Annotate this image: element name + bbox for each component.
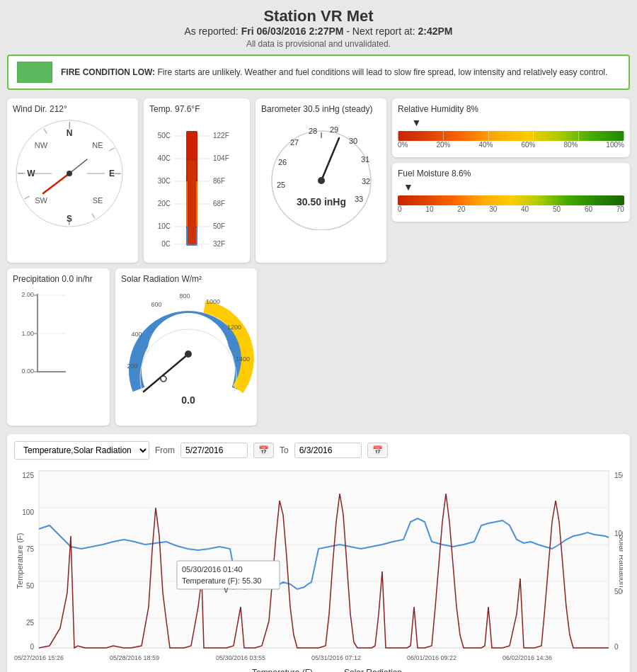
- fire-text: FIRE CONDITION LOW: Fire starts are unli…: [61, 67, 607, 77]
- gauges-row: Wind Dir. 212°: [7, 98, 630, 263]
- humidity-ticks: [398, 131, 624, 141]
- fuel-moisture-card: Fuel Moisture 8.6% ▼ 0 10 20 30 40 50 60: [392, 163, 630, 222]
- precip-svg: 2.00 1.00 0.00: [13, 287, 84, 386]
- svg-text:05/28/2016 18:59: 05/28/2016 18:59: [110, 654, 159, 661]
- chart-controls: Temperature,Solar Radiation From 📅 To 📅: [14, 441, 623, 460]
- legend-temperature-label: Temperature (F): [252, 668, 313, 672]
- humidity-triangle-icon: ▼: [412, 117, 422, 128]
- fuel-bar-container: ▼ 0 10 20 30 40 50 60 70: [398, 181, 624, 213]
- wind-card: Wind Dir. 212°: [7, 98, 138, 263]
- page-title: Station VR Met: [7, 7, 630, 25]
- from-calendar-button[interactable]: 📅: [253, 443, 274, 458]
- compass-svg: N S W E NE SE SW NW: [13, 117, 126, 230]
- baro-title: Barometer 30.5 inHg (steady): [261, 104, 381, 114]
- svg-text:2.00: 2.00: [21, 291, 34, 298]
- svg-text:Temperature (F): Temperature (F): [16, 533, 24, 589]
- legend-solar: Solar Radiation: [327, 668, 402, 672]
- svg-text:0: 0: [614, 643, 619, 651]
- svg-text:1500: 1500: [614, 472, 623, 479]
- svg-text:1200: 1200: [227, 324, 241, 331]
- svg-text:200: 200: [127, 363, 137, 370]
- main-chart-svg: 125 100 75 50 25 0 1500 1000 500 0: [14, 465, 623, 664]
- to-date-input[interactable]: [294, 443, 362, 458]
- temp-title: Temp. 97.6°F: [149, 104, 244, 114]
- fire-banner: FIRE CONDITION LOW: Fire starts are unli…: [7, 55, 630, 90]
- svg-text:86F: 86F: [213, 177, 225, 185]
- fuel-title: Fuel Moisture 8.6%: [398, 169, 624, 178]
- humidity-card: Relative Humidity 8% ▼: [392, 98, 630, 157]
- svg-text:27: 27: [290, 138, 299, 147]
- page-wrapper: Station VR Met As reported: Fri 06/03/20…: [0, 0, 637, 672]
- svg-text:Solar Radiation: Solar Radiation: [618, 534, 623, 587]
- reported-datetime: Fri 06/03/2016 2:27PM: [241, 25, 347, 37]
- solar-card: Solar Radiation W/m² 200 400 600 800 100…: [115, 268, 257, 426]
- baro-card: Barometer 30.5 inHg (steady) 25 26 27 28…: [256, 98, 386, 263]
- precip-title: Precipitation 0.0 in/hr: [13, 274, 104, 284]
- svg-text:32F: 32F: [213, 240, 225, 248]
- reported-line: As reported: Fri 06/03/2016 2:27PM - Nex…: [7, 25, 630, 37]
- humidity-marker: ▼: [398, 117, 624, 131]
- svg-text:125: 125: [22, 472, 34, 479]
- humidity-title: Relative Humidity 8%: [398, 104, 624, 114]
- svg-text:104F: 104F: [213, 154, 229, 162]
- svg-text:40C: 40C: [158, 154, 171, 162]
- svg-text:30: 30: [349, 137, 357, 145]
- solar-svg: 200 400 600 800 1000 1200 1400 0.0: [121, 287, 256, 418]
- barometer-svg: 25 26 27 28 29 30 31 32 33: [261, 117, 381, 230]
- svg-text:600: 600: [151, 301, 161, 308]
- svg-text:30.50 inHg: 30.50 inHg: [297, 196, 346, 207]
- fire-title: FIRE CONDITION LOW:: [61, 67, 155, 77]
- svg-text:Temperature (F): 55.30: Temperature (F): 55.30: [182, 576, 262, 585]
- humidity-gradient-bar: [398, 131, 624, 141]
- svg-text:30C: 30C: [158, 177, 171, 185]
- humidity-labels: 0% 20% 40% 60% 80% 100%: [398, 141, 624, 149]
- svg-text:E: E: [109, 169, 115, 178]
- chart-section: Temperature,Solar Radiation From 📅 To 📅 …: [7, 434, 630, 672]
- svg-text:50: 50: [26, 582, 35, 590]
- precip-card: Precipitation 0.0 in/hr 2.00 1.00 0.00: [7, 268, 110, 426]
- metric-selector[interactable]: Temperature,Solar Radiation: [14, 441, 149, 460]
- svg-text:05/30/2016 01:40: 05/30/2016 01:40: [182, 565, 243, 574]
- right-column: Relative Humidity 8% ▼: [392, 98, 630, 263]
- fuel-labels: 0 10 20 30 40 50 60 70: [398, 205, 624, 213]
- to-calendar-button[interactable]: 📅: [367, 443, 388, 458]
- svg-text:500: 500: [614, 588, 623, 596]
- fuel-gradient-bar: [398, 195, 624, 205]
- svg-text:68F: 68F: [213, 200, 225, 207]
- from-date-input[interactable]: [180, 443, 248, 458]
- from-label: From: [155, 445, 175, 455]
- svg-text:N: N: [67, 128, 73, 138]
- svg-text:50F: 50F: [213, 222, 225, 230]
- svg-text:0.00: 0.00: [21, 368, 34, 375]
- svg-text:0C: 0C: [161, 240, 171, 248]
- next-time: 2:42PM: [418, 25, 452, 37]
- svg-point-83: [161, 376, 166, 382]
- svg-text:100: 100: [22, 508, 34, 516]
- svg-text:25: 25: [26, 619, 35, 627]
- svg-text:0: 0: [30, 643, 34, 651]
- wind-title: Wind Dir. 212°: [13, 104, 132, 114]
- svg-text:32: 32: [362, 177, 370, 186]
- svg-text:29: 29: [330, 125, 338, 134]
- svg-text:1000: 1000: [206, 298, 220, 305]
- svg-text:75: 75: [26, 545, 35, 553]
- svg-text:26: 26: [278, 158, 287, 166]
- fuel-marker: ▼: [398, 181, 624, 195]
- svg-text:800: 800: [179, 292, 190, 300]
- solar-title: Solar Radiation W/m²: [121, 274, 251, 284]
- svg-text:SE: SE: [93, 196, 103, 205]
- chart-wrapper: 125 100 75 50 25 0 1500 1000 500 0: [14, 465, 623, 672]
- thermometer-svg: 50C 40C 30C 20C 10C 0C 122F 104F 86F 68F…: [149, 117, 234, 255]
- svg-text:06/01/2016 09:22: 06/01/2016 09:22: [407, 654, 457, 661]
- header: Station VR Met As reported: Fri 06/03/20…: [7, 7, 630, 49]
- svg-text:NW: NW: [35, 141, 48, 149]
- svg-point-82: [185, 351, 192, 358]
- legend-temperature: Temperature (F): [235, 668, 313, 672]
- humidity-bar-container: ▼ 0%: [398, 117, 624, 149]
- svg-text:25: 25: [277, 181, 285, 189]
- fire-message: Fire starts are unlikely. Weather and fu…: [157, 67, 607, 77]
- svg-text:05/27/2016 15:26: 05/27/2016 15:26: [14, 654, 64, 661]
- fuel-triangle-icon: ▼: [403, 181, 413, 193]
- to-label: To: [280, 445, 289, 455]
- provisional-text: All data is provisional and unvalidated.: [7, 39, 630, 49]
